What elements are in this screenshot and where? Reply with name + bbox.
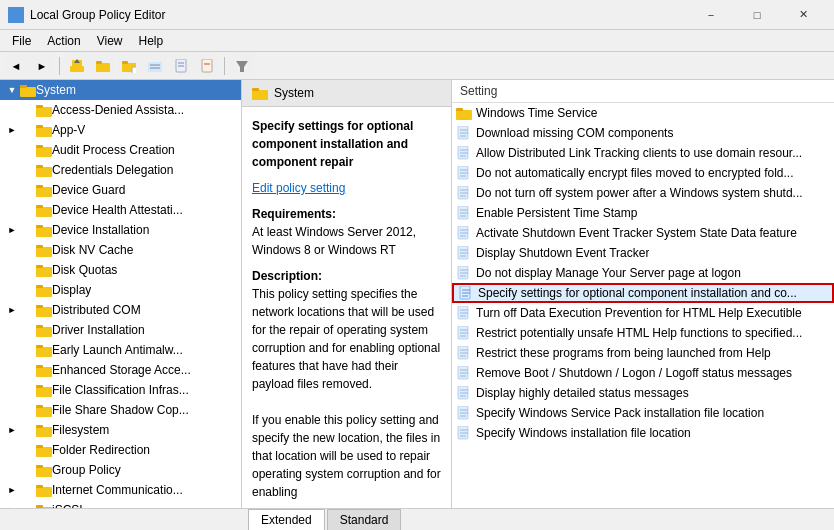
tree-item-appv[interactable]: ► App-V [0,120,241,140]
expand-system[interactable]: ▼ [4,82,20,98]
svg-rect-95 [458,246,468,259]
settings-item-4[interactable]: Do not turn off system power after a Win… [452,183,834,203]
settings-item-7[interactable]: Display Shutdown Event Tracker [452,243,834,263]
tree-item-device-health[interactable]: Device Health Attestati... [0,200,241,220]
settings-item-10[interactable]: Restrict potentially unsafe HTML Help fu… [452,323,834,343]
settings-header: Setting [452,80,834,103]
folder-icon [36,344,52,357]
menu-help[interactable]: Help [131,32,172,50]
page-icon-11 [456,345,472,361]
svg-rect-37 [36,247,52,257]
app-icon [8,7,24,23]
svg-rect-1 [17,9,22,14]
doc-btn-1[interactable] [169,55,193,77]
expand-dcom[interactable]: ► [4,302,20,318]
tree-label-disk-nv: Disk NV Cache [52,243,133,257]
settings-label: Turn off Data Execution Prevention for H… [476,306,802,320]
tree-item-display[interactable]: Display [0,280,241,300]
expand-internet-comm[interactable]: ► [4,482,20,498]
svg-rect-3 [17,16,22,21]
tree-item-access-denied[interactable]: Access-Denied Assista... [0,100,241,120]
settings-item-selected[interactable]: Specify settings for optional component … [452,283,834,303]
tree-item-filesystem[interactable]: ► Filesystem [0,420,241,440]
tree-item-audit[interactable]: Audit Process Creation [0,140,241,160]
page-icon-2 [456,145,472,161]
settings-item-2[interactable]: Allow Distributed Link Tracking clients … [452,143,834,163]
desc-text: This policy setting specifies the networ… [252,285,441,501]
svg-rect-111 [458,326,468,339]
settings-item-13[interactable]: Display highly detailed status messages [452,383,834,403]
folder-btn-2[interactable] [117,55,141,77]
svg-rect-34 [36,205,43,208]
settings-label: Windows Time Service [476,106,597,120]
expand-appv[interactable]: ► [4,122,20,138]
expand-filesystem[interactable]: ► [4,422,20,438]
svg-rect-25 [36,127,52,137]
tree-item-disk-quotas[interactable]: Disk Quotas [0,260,241,280]
maximize-button[interactable]: □ [734,0,780,30]
tab-standard[interactable]: Standard [327,509,402,530]
settings-item-8[interactable]: Do not display Manage Your Server page a… [452,263,834,283]
svg-rect-33 [36,207,52,217]
folder-icon [36,424,52,437]
settings-label: Display highly detailed status messages [476,386,689,400]
desc-policy-title: Specify settings for optional component … [252,117,441,171]
settings-item-11[interactable]: Restrict these programs from being launc… [452,343,834,363]
svg-rect-21 [20,87,36,97]
tree-item-driver[interactable]: Driver Installation [0,320,241,340]
expand-iscsi[interactable]: ► [4,502,20,508]
tree-item-early-launch[interactable]: Early Launch Antimalw... [0,340,241,360]
folder-icon [36,324,52,337]
desc-edit-section: Edit policy setting [252,179,441,197]
back-button[interactable]: ◄ [4,55,28,77]
settings-item-5[interactable]: Enable Persistent Time Stamp [452,203,834,223]
menu-view[interactable]: View [89,32,131,50]
expand-device-guard [4,182,20,198]
menu-action[interactable]: Action [39,32,88,50]
close-button[interactable]: ✕ [780,0,826,30]
tree-item-group-policy[interactable]: Group Policy [0,460,241,480]
settings-item-1[interactable]: Download missing COM components [452,123,834,143]
settings-item-9[interactable]: Turn off Data Execution Prevention for H… [452,303,834,323]
tree-item-internet-comm[interactable]: ► Internet Communicatio... [0,480,241,500]
tree-item-device-install[interactable]: ► Device Installation [0,220,241,240]
tree-item-folder-redirect[interactable]: Folder Redirection [0,440,241,460]
tree-item-file-class[interactable]: File Classification Infras... [0,380,241,400]
tree-item-file-share[interactable]: File Share Shadow Cop... [0,400,241,420]
tree-item-system[interactable]: ▼ System [0,80,241,100]
svg-rect-119 [458,366,468,379]
settings-label: Remove Boot / Shutdown / Logon / Logoff … [476,366,792,380]
settings-item-15[interactable]: Specify Windows installation file locati… [452,423,834,443]
svg-rect-31 [36,187,52,197]
up-button[interactable] [65,55,89,77]
menu-file[interactable]: File [4,32,39,50]
settings-item-6[interactable]: Activate Shutdown Event Tracker System S… [452,223,834,243]
filter-button[interactable] [230,55,254,77]
settings-item-3[interactable]: Do not automatically encrypt files moved… [452,163,834,183]
desc-header: System [242,80,451,107]
settings-item-windows-time[interactable]: Windows Time Service [452,103,834,123]
tree-item-iscsi[interactable]: ► iSCSI [0,500,241,508]
svg-rect-5 [70,66,84,72]
tree-item-credentials[interactable]: Credentials Delegation [0,160,241,180]
tree-item-dcom[interactable]: ► Distributed COM [0,300,241,320]
folder-btn-1[interactable] [91,55,115,77]
tree-item-device-guard[interactable]: Device Guard [0,180,241,200]
tree-item-disk-nv[interactable]: Disk NV Cache [0,240,241,260]
folder-btn-3[interactable] [143,55,167,77]
svg-rect-32 [36,185,43,188]
doc-btn-2[interactable] [195,55,219,77]
folder-icon [36,444,52,457]
settings-item-12[interactable]: Remove Boot / Shutdown / Logon / Logoff … [452,363,834,383]
tab-extended[interactable]: Extended [248,509,325,530]
edit-policy-link[interactable]: Edit policy setting [252,181,345,195]
expand-device-install[interactable]: ► [4,222,20,238]
minimize-button[interactable]: − [688,0,734,30]
svg-rect-52 [36,385,43,388]
svg-rect-57 [36,447,52,457]
tree-item-enhanced-storage[interactable]: Enhanced Storage Acce... [0,360,241,380]
menu-bar: File Action View Help [0,30,834,52]
svg-rect-24 [36,105,43,108]
forward-button[interactable]: ► [30,55,54,77]
settings-item-14[interactable]: Specify Windows Service Pack installatio… [452,403,834,423]
